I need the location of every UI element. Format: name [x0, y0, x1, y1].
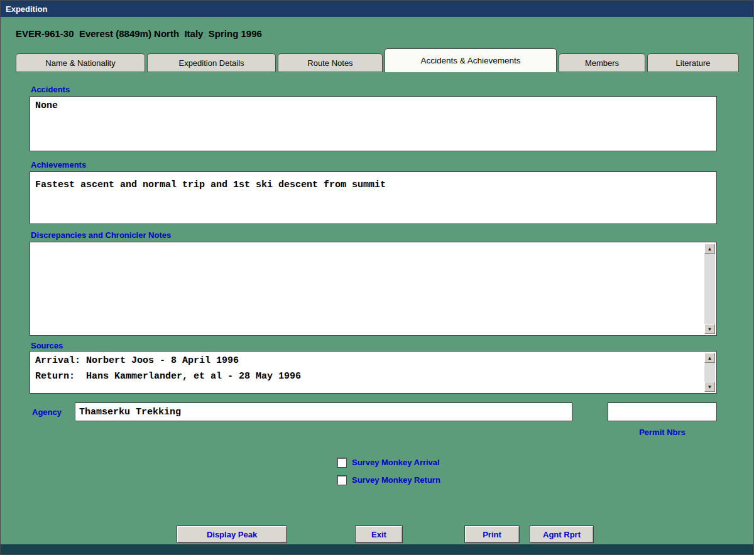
discrepancies-text	[30, 242, 716, 245]
sources-scrollbar[interactable]: ▲ ▼	[704, 353, 715, 392]
display-peak-button[interactable]: Display Peak	[177, 525, 287, 543]
accidents-text: None	[30, 97, 716, 115]
survey-monkey-arrival-label: Survey Monkey Arrival	[352, 458, 440, 467]
tab-label: Accidents & Achievements	[420, 56, 520, 65]
tab-label: Expedition Details	[178, 58, 244, 68]
permit-nbrs-label: Permit Nbrs	[608, 428, 717, 437]
display-peak-button-label: Display Peak	[207, 530, 257, 539]
sources-text: Arrival: Norbert Joos - 8 April 1996 Ret…	[30, 352, 716, 385]
print-button[interactable]: Print	[464, 525, 520, 543]
tab-strip: Name & Nationality Expedition Details Ro…	[16, 48, 741, 72]
achievements-text: Fastest ascent and normal trip and 1st s…	[30, 172, 716, 194]
tab-label: Literature	[676, 58, 711, 68]
expedition-summary: EVER-961-30 Everest (8849m) North Italy …	[16, 28, 262, 39]
survey-monkey-return-row: Survey Monkey Return	[337, 475, 440, 485]
survey-monkey-arrival-row: Survey Monkey Arrival	[337, 458, 440, 467]
exit-button-label: Exit	[371, 530, 386, 539]
tab-label: Name & Nationality	[45, 58, 115, 68]
tab-members[interactable]: Members	[559, 53, 645, 72]
agnt-rprt-button-label: Agnt Rprt	[543, 530, 581, 539]
discrepancies-label: Discrepancies and Chronicler Notes	[31, 230, 171, 240]
permit-nbrs-input[interactable]	[608, 402, 717, 421]
sources-label: Sources	[31, 341, 63, 350]
agnt-rprt-button[interactable]: Agnt Rprt	[530, 525, 594, 543]
scroll-up-icon: ▲	[708, 246, 713, 252]
tab-literature[interactable]: Literature	[647, 53, 739, 72]
exit-button[interactable]: Exit	[355, 525, 403, 543]
accidents-field[interactable]: None	[30, 96, 717, 151]
scroll-down-icon: ▼	[708, 326, 713, 332]
achievements-field[interactable]: Fastest ascent and normal trip and 1st s…	[30, 171, 717, 224]
agency-label: Agency	[32, 407, 62, 417]
tab-label: Members	[585, 58, 619, 68]
window-title: Expedition	[6, 4, 47, 14]
print-button-label: Print	[483, 530, 501, 539]
accidents-label: Accidents	[31, 85, 70, 94]
tab-expedition-details[interactable]: Expedition Details	[147, 53, 276, 72]
agency-input[interactable]	[75, 402, 572, 421]
tab-label: Route Notes	[307, 58, 352, 68]
survey-monkey-return-checkbox[interactable]	[337, 476, 346, 485]
survey-monkey-return-label: Survey Monkey Return	[352, 475, 440, 485]
achievements-label: Achievements	[31, 160, 86, 170]
scroll-down-button[interactable]: ▼	[704, 382, 715, 392]
scroll-up-button[interactable]: ▲	[704, 353, 715, 363]
survey-monkey-arrival-checkbox[interactable]	[337, 458, 346, 467]
bottom-bar	[1, 544, 753, 554]
scroll-up-icon: ▲	[708, 355, 713, 361]
scroll-down-button[interactable]: ▼	[704, 324, 715, 334]
discrepancies-field[interactable]: ▲ ▼	[30, 242, 717, 336]
discrepancies-scrollbar[interactable]: ▲ ▼	[704, 244, 715, 334]
tab-accidents-achievements[interactable]: Accidents & Achievements	[385, 48, 557, 72]
scroll-down-icon: ▼	[708, 384, 713, 390]
tab-route-notes[interactable]: Route Notes	[278, 53, 383, 72]
tab-name-nationality[interactable]: Name & Nationality	[16, 53, 145, 72]
expedition-window: Expedition EVER-961-30 Everest (8849m) N…	[0, 0, 754, 555]
title-bar: Expedition	[1, 1, 753, 17]
sources-field[interactable]: Arrival: Norbert Joos - 8 April 1996 Ret…	[30, 351, 717, 394]
scroll-up-button[interactable]: ▲	[704, 244, 715, 254]
